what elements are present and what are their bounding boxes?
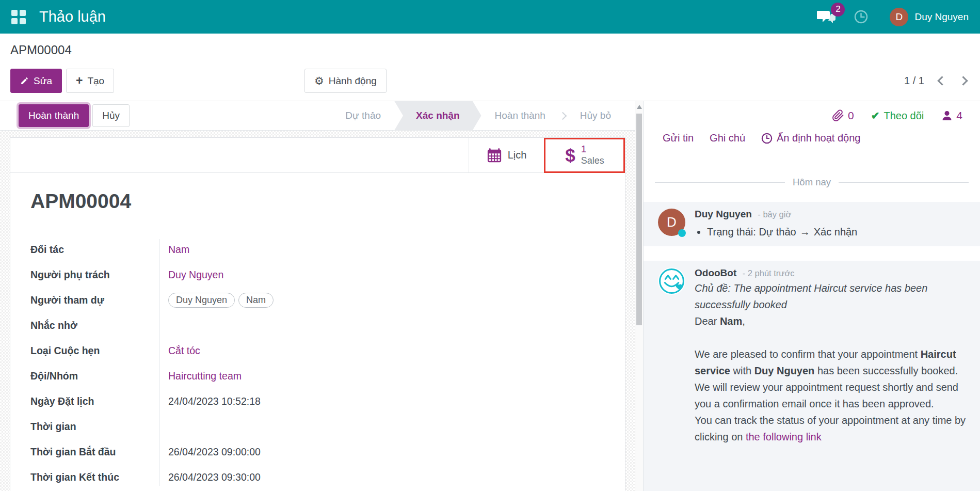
pager-next-icon[interactable] xyxy=(958,76,968,85)
field-row-partner: Đối tác Nam xyxy=(30,237,604,262)
calendar-smart-button[interactable]: Lịch xyxy=(469,138,544,172)
message-subject: Chủ đề: The appointment Haircut service … xyxy=(695,280,969,313)
person-icon xyxy=(941,109,953,122)
plus-icon: + xyxy=(76,75,83,87)
vertical-scrollbar[interactable] xyxy=(635,101,643,491)
responsible-link[interactable]: Duy Nguyen xyxy=(159,269,223,281)
tab-schedule-activity[interactable]: Ấn định hoạt động xyxy=(761,132,860,144)
control-panel: APM00004 Sửa + Tạo ⚙ Hành động 1 / 1 xyxy=(0,34,980,101)
follower-count: 4 xyxy=(956,109,962,122)
tab-log-note[interactable]: Ghi chú xyxy=(710,132,745,144)
follow-button[interactable]: ✔ Theo dõi xyxy=(871,109,924,122)
sales-count: 1 xyxy=(581,144,604,155)
status-steps: Dự thảo Xác nhận Hoàn thành Hủy bỏ xyxy=(332,101,624,131)
status-step-draft[interactable]: Dự thảo xyxy=(332,101,394,131)
status-step-cancelled[interactable]: Hủy bỏ xyxy=(567,101,624,131)
message-greeting: Dear Nam, xyxy=(695,313,969,329)
edit-button[interactable]: Sửa xyxy=(10,69,62,93)
top-navbar: Thảo luận 2 D Duy Nguyen xyxy=(0,0,980,34)
attachments-button[interactable]: 0 xyxy=(832,109,854,122)
pager-previous-icon[interactable] xyxy=(937,76,946,85)
activities-clock-icon[interactable] xyxy=(854,10,868,24)
mark-done-button[interactable]: Hoàn thành xyxy=(19,104,89,127)
field-row-responsible: Người phụ trách Duy Nguyen xyxy=(30,262,604,288)
message-odoobot: OdooBot - 2 phút trước Chủ đề: The appoi… xyxy=(644,261,980,491)
field-row-attendees: Người tham dự Duy Nguyen Nam xyxy=(30,288,604,313)
paperclip-icon xyxy=(832,109,844,122)
message-time: - 2 phút trước xyxy=(743,268,795,278)
status-step-done[interactable]: Hoàn thành xyxy=(481,101,559,131)
sales-smart-button[interactable]: $ 1 Sales xyxy=(544,138,625,172)
pager: 1 / 1 xyxy=(904,69,967,93)
field-row-reminder: Nhắc nhở xyxy=(30,313,604,338)
pencil-icon xyxy=(20,76,29,85)
field-group: Đối tác Nam Người phụ trách Duy Nguyen N… xyxy=(30,237,604,490)
form-sheet: Lịch $ 1 Sales APM00004 Đối tác xyxy=(10,137,625,491)
messages-menu[interactable]: 2 xyxy=(817,9,837,25)
date-divider: Hôm nay xyxy=(655,177,969,188)
calendar-icon xyxy=(487,148,502,163)
user-avatar[interactable]: D xyxy=(890,8,908,26)
user-name[interactable]: Duy Nguyen xyxy=(914,11,969,23)
app-title[interactable]: Thảo luận xyxy=(39,8,106,25)
online-status-dot xyxy=(678,229,686,237)
message-list: D Duy Nguyen - bây giờ Trạng thái: Dự th… xyxy=(644,197,980,491)
action-menu-button[interactable]: ⚙ Hành động xyxy=(304,69,387,93)
dollar-icon: $ xyxy=(565,146,575,164)
attendee-tag: Duy Nguyen xyxy=(168,293,235,308)
pager-value: 1 / 1 xyxy=(904,75,924,87)
avatar: D xyxy=(658,209,685,236)
form-content: Lịch $ 1 Sales APM00004 Đối tác xyxy=(0,131,635,491)
message-time: - bây giờ xyxy=(758,210,791,219)
cancel-button[interactable]: Hủy xyxy=(92,104,130,127)
field-row-team: Đội/Nhóm Haircutting team xyxy=(30,363,604,389)
message-tracking: D Duy Nguyen - bây giờ Trạng thái: Dự th… xyxy=(644,202,980,246)
create-button[interactable]: + Tạo xyxy=(66,69,114,93)
field-row-booking-date: Ngày Đặt lịch 24/04/2023 10:52:18 xyxy=(30,389,604,414)
tab-send-message[interactable]: Gửi tin xyxy=(663,132,694,144)
field-row-appointment-type: Loại Cuộc hẹn Cắt tóc xyxy=(30,338,604,363)
step-separator-icon xyxy=(559,112,567,120)
message-body: We are pleased to confirm that your appo… xyxy=(695,346,969,445)
smart-button-box: Lịch $ 1 Sales xyxy=(10,138,625,173)
attendee-tag: Nam xyxy=(238,293,274,308)
message-author: OdooBot xyxy=(695,267,736,278)
message-author: Duy Nguyen xyxy=(695,209,752,219)
arrow-icon: → xyxy=(800,226,810,237)
clock-icon xyxy=(761,133,773,144)
scrollbar-up-icon[interactable] xyxy=(637,105,642,109)
record-title: APM00004 xyxy=(30,190,625,213)
team-link[interactable]: Haircutting team xyxy=(159,370,242,382)
breadcrumb: APM00004 xyxy=(10,43,72,57)
form-panel: Hoàn thành Hủy Dự thảo Xác nhận Hoàn thà… xyxy=(0,101,643,491)
field-row-end-time: Thời gian Kết thúc 26/04/2023 09:30:00 xyxy=(30,465,604,490)
check-icon: ✔ xyxy=(871,109,880,122)
appointment-type-link[interactable]: Cắt tóc xyxy=(159,345,200,357)
field-row-start-time: Thời gian Bắt đầu 26/04/2023 09:00:00 xyxy=(30,439,604,465)
odoobot-avatar xyxy=(658,267,685,295)
status-step-confirmed[interactable]: Xác nhận xyxy=(394,101,481,131)
field-row-duration: Thời gian xyxy=(30,414,604,439)
partner-link[interactable]: Nam xyxy=(159,244,189,256)
sales-label: Sales xyxy=(581,155,604,167)
attachment-count: 0 xyxy=(848,109,854,122)
chatter-panel: 0 ✔ Theo dõi 4 Gửi tin Ghi chú xyxy=(643,101,980,491)
followers-button[interactable]: 4 xyxy=(941,109,962,122)
odoobot-smiley-icon xyxy=(658,267,685,295)
appointment-link[interactable]: the following link xyxy=(746,431,822,442)
apps-menu-icon[interactable] xyxy=(11,10,26,24)
unread-messages-badge: 2 xyxy=(831,3,845,17)
attendee-tags: Duy Nguyen Nam xyxy=(159,293,274,308)
form-statusbar: Hoàn thành Hủy Dự thảo Xác nhận Hoàn thà… xyxy=(0,101,635,131)
gear-icon: ⚙ xyxy=(314,75,324,86)
tracking-change: Trạng thái: Dự thảo→Xác nhận xyxy=(707,226,969,238)
scrollbar-thumb[interactable] xyxy=(636,114,642,325)
